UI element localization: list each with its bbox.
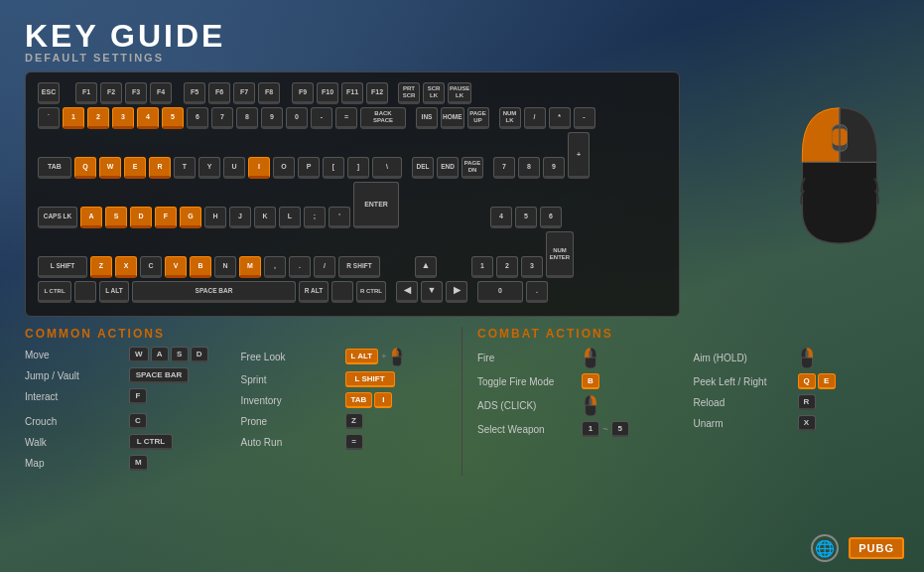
kb-row-5: L CTRL L ALT SPACE BAR R ALT R CTRL ◀ ▼ … [38, 281, 667, 303]
key-0: 0 [286, 107, 308, 129]
key-backtick: ` [38, 107, 60, 129]
sub-title: DEFAULT SETTINGS [25, 52, 899, 64]
key-f10: F10 [317, 82, 338, 104]
key-equals: = [335, 107, 357, 129]
common-col2: Free Look L ALT + [241, 347, 448, 413]
action-peeklr-label: Peek Left / Right [694, 376, 798, 387]
action-move: Move W A S D [25, 347, 231, 362]
badge-r: R [798, 394, 816, 410]
action-togglefire: Toggle Fire Mode B [477, 373, 684, 389]
action-inventory: Inventory TAB I [241, 392, 448, 408]
key-lshift: L SHIFT [38, 256, 87, 278]
key-num7: 7 [493, 157, 515, 179]
common-col3: Crouch C Walk L CTRL Map [25, 413, 231, 476]
action-move-keys: W A S D [129, 347, 208, 362]
key-numlk: NUMLK [499, 107, 521, 129]
key-f5: F5 [184, 82, 205, 104]
keyboard: ESC F1 F2 F3 F4 F5 F6 F7 F8 F9 F10 F11 F… [25, 72, 680, 317]
action-unarm-label: Unarm [694, 418, 798, 429]
key-num6: 6 [540, 207, 562, 228]
key-b: B [190, 256, 211, 278]
key-u: U [223, 157, 245, 179]
key-f: F [155, 207, 177, 228]
key-v: V [165, 256, 187, 278]
key-9: 9 [261, 107, 283, 129]
action-togglefire-keys: B [582, 373, 599, 389]
key-rshift: R SHIFT [338, 256, 380, 278]
action-autorun-label: Auto Run [241, 437, 345, 448]
key-2: 2 [87, 107, 109, 129]
key-f6: F6 [208, 82, 230, 104]
all-actions: COMMON ACTIONS Move W A S D Jump / [25, 327, 899, 476]
badge-5-weapon: 5 [611, 421, 629, 437]
action-freelook: Free Look L ALT + [241, 347, 448, 366]
key-t: T [174, 157, 196, 179]
action-aimhold-label: Aim (HOLD) [694, 353, 798, 363]
key-left: ◀ [396, 281, 418, 303]
key-c: C [140, 256, 162, 278]
key-num0: 0 [477, 281, 523, 303]
badge-q: Q [798, 373, 816, 389]
action-map: Map M [25, 455, 231, 471]
action-peeklr-keys: Q E [798, 373, 836, 389]
kb-row-0: ESC F1 F2 F3 F4 F5 F6 F7 F8 F9 F10 F11 F… [38, 82, 667, 104]
common-col4: Prone Z Auto Run = [241, 413, 448, 476]
key-f11: F11 [341, 82, 363, 104]
action-togglefire-label: Toggle Fire Mode [477, 376, 582, 387]
key-f8: F8 [258, 82, 280, 104]
action-selectweapon: Select Weapon 1 ~ 5 [477, 421, 684, 437]
action-unarm-keys: X [798, 415, 816, 431]
key-backslash: \ [372, 157, 402, 179]
key-f4: F4 [150, 82, 172, 104]
action-crouch-keys: C [129, 413, 147, 429]
key-quote: ' [329, 207, 350, 228]
badge-b: B [582, 373, 599, 389]
key-3: 3 [112, 107, 134, 129]
badge-1-weapon: 1 [582, 421, 599, 437]
combat-col4: Reload R Unarm X [694, 394, 900, 442]
key-f12: F12 [366, 82, 388, 104]
action-adsclick: ADS (CLICK) [477, 394, 684, 416]
key-num2: 2 [496, 256, 518, 278]
key-5: 5 [162, 107, 184, 129]
badge-c: C [129, 413, 147, 429]
action-reload-keys: R [798, 394, 816, 410]
action-interact: Interact F [25, 388, 231, 404]
action-freelook-label: Free Look [241, 352, 345, 362]
kb-row-2: TAB Q W E R T Y U I O P [ ] \ DEL END PA… [38, 132, 667, 179]
key-num5: 5 [515, 207, 537, 228]
key-numminus: - [574, 107, 595, 129]
action-crouch-label: Crouch [25, 416, 129, 427]
mouse-right-icon2 [582, 394, 599, 416]
action-freelook-keys: L ALT + [345, 347, 406, 366]
key-pgdn: PAGEDN [462, 157, 483, 179]
action-jump-keys: SPACE BAR [129, 367, 189, 383]
key-esc: ESC [38, 82, 60, 104]
key-1: 1 [63, 107, 84, 129]
key-lwin [74, 281, 96, 303]
key-r: R [149, 157, 171, 179]
action-selectweapon-keys: 1 ~ 5 [582, 421, 629, 437]
badge-m: M [129, 455, 148, 471]
key-num9: 9 [543, 157, 565, 179]
mouse-diagram [785, 89, 894, 252]
key-y: Y [198, 157, 220, 179]
globe-icon[interactable]: 🌐 [811, 534, 839, 562]
main-title: KEY GUIDE [25, 20, 899, 52]
action-sprint-keys: L SHIFT [345, 371, 395, 387]
key-i: I [248, 157, 270, 179]
key-lctrl: L CTRL [38, 281, 71, 303]
common-grid: Move W A S D Jump / Vault SPACE BAR [25, 347, 447, 476]
key-numdot: . [526, 281, 548, 303]
key-num1: 1 [471, 256, 493, 278]
combat-actions-title: COMBAT ACTIONS [477, 327, 899, 341]
badge-a: A [151, 347, 169, 362]
key-4: 4 [137, 107, 159, 129]
key-prtscr: PRTSCR [398, 82, 420, 104]
key-ralt: R ALT [299, 281, 329, 303]
badge-lshift: L SHIFT [345, 371, 395, 387]
common-actions-title: COMMON ACTIONS [25, 327, 447, 341]
action-fire-label: Fire [477, 353, 582, 363]
key-numenter: NUMENTER [546, 231, 574, 278]
badge-lalt: L ALT [345, 349, 379, 364]
